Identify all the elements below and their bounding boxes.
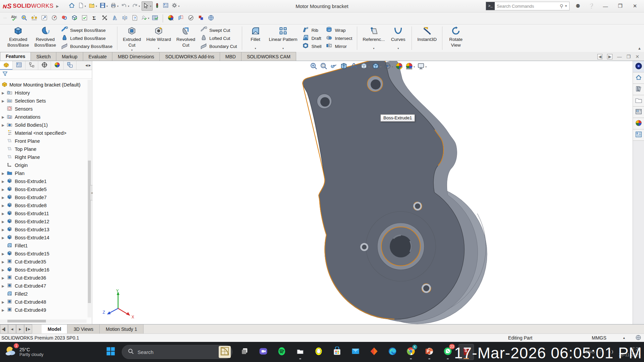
tree-root-part[interactable]: Motor Mounting bracket (Default) bbox=[0, 80, 87, 89]
expand-arrow-icon[interactable]: ▶ bbox=[0, 123, 6, 127]
view-tab-3d-views[interactable]: 3D Views bbox=[67, 324, 100, 334]
tab-sketch[interactable]: Sketch bbox=[31, 52, 56, 61]
tree-item-fillet1[interactable]: Fillet1 bbox=[0, 242, 87, 250]
view-settings-dropdown-icon[interactable]: ▾ bbox=[425, 65, 427, 68]
expand-arrow-icon[interactable]: ▶ bbox=[0, 188, 6, 191]
render-globe-button[interactable] bbox=[206, 14, 216, 23]
tree-item-plan[interactable]: ▶Plan bbox=[0, 169, 87, 177]
tree-item-solid-bodies-1-[interactable]: ▶Solid Bodies(1) bbox=[0, 121, 87, 129]
expand-arrow-icon[interactable]: ▶ bbox=[0, 204, 6, 207]
status-globe-icon[interactable] bbox=[633, 335, 644, 342]
taskbar-app-chrome[interactable]: K bbox=[403, 344, 419, 360]
collapse-pane-left-icon[interactable]: ◀ bbox=[597, 54, 602, 59]
panel-tab-part-tree[interactable] bbox=[0, 61, 13, 70]
ribbon-button-instant3d[interactable]: Instant3D bbox=[415, 26, 439, 51]
task-pane-tab-custom-properties[interactable] bbox=[633, 129, 644, 141]
ribbon-button-shell[interactable]: Shell bbox=[302, 42, 321, 50]
ribbon-dropdown-icon[interactable]: ▾ bbox=[397, 47, 399, 50]
ribbon-button-fillet[interactable]: Fillet▾ bbox=[245, 26, 266, 51]
tree-item-boss-extrude7[interactable]: ▶Boss-Extrude7 bbox=[0, 193, 87, 201]
view-annotations-button[interactable] bbox=[349, 61, 359, 72]
compare-blocks-button[interactable] bbox=[196, 14, 206, 23]
panel-tab-cam-tree[interactable] bbox=[64, 61, 76, 70]
collapse-pane-right-icon[interactable]: ▶ bbox=[607, 54, 612, 59]
tree-item-cut-extrude35[interactable]: ▶Cut-Extrude35 bbox=[0, 258, 87, 266]
taskbar-app-snapchat[interactable] bbox=[311, 344, 326, 360]
tree-item-front-plane[interactable]: Front Plane bbox=[0, 137, 87, 145]
performance-gauge-button[interactable] bbox=[49, 14, 59, 23]
windows-start-button[interactable] bbox=[106, 346, 116, 358]
redo-dropdown-icon[interactable]: ▾ bbox=[139, 5, 140, 8]
new-doc-dropdown-icon[interactable]: ▾ bbox=[85, 5, 86, 8]
expand-arrow-icon[interactable]: ▶ bbox=[0, 300, 6, 304]
tree-item-boss-extrude16[interactable]: ▶Boss-Extrude16 bbox=[0, 266, 87, 274]
tree-item-top-plane[interactable]: Top Plane bbox=[0, 145, 87, 153]
tree-item-origin[interactable]: Origin bbox=[0, 161, 87, 169]
draft-analysis-button[interactable] bbox=[110, 14, 120, 23]
panel-tab-display-manager[interactable] bbox=[51, 61, 64, 70]
tab-nav-first-icon[interactable]: ◀▌ bbox=[0, 324, 8, 334]
view-orientation-button[interactable]: ▾ bbox=[359, 61, 370, 72]
display-style-dropdown-icon[interactable]: ▾ bbox=[380, 65, 381, 68]
symmetry-check-button[interactable] bbox=[120, 14, 130, 23]
task-pane-tab-3dexperience[interactable] bbox=[633, 61, 644, 72]
close-button[interactable]: ✕ bbox=[629, 3, 641, 9]
taskbar-app-mail[interactable] bbox=[348, 344, 363, 360]
zoom-to-area-button[interactable] bbox=[319, 61, 328, 72]
ribbon-button-linear-pattern[interactable]: Linear Pattern▾ bbox=[266, 26, 300, 51]
expand-arrow-icon[interactable]: ▶ bbox=[0, 212, 6, 216]
search-highlight-icon[interactable] bbox=[219, 346, 231, 358]
tab-nav-prev-icon[interactable]: ◀ bbox=[8, 324, 16, 334]
tab-nav-last-icon[interactable]: ▌▶ bbox=[24, 324, 32, 334]
zoom-magnifier-button[interactable] bbox=[19, 14, 29, 23]
expand-arrow-icon[interactable]: ▶ bbox=[0, 228, 6, 232]
measure-button[interactable] bbox=[29, 14, 39, 23]
spell-check-button[interactable]: Abc bbox=[9, 14, 19, 23]
tree-item-annotations[interactable]: ▶AAnnotations bbox=[0, 113, 87, 121]
tree-item-cut-extrude47[interactable]: ▶Cut-Extrude47 bbox=[0, 282, 87, 290]
expand-arrow-icon[interactable]: ▶ bbox=[0, 99, 6, 103]
panel-tab-configuration-manager[interactable] bbox=[25, 61, 38, 70]
expand-arrow-icon[interactable]: ▶ bbox=[0, 308, 6, 312]
print-button[interactable]: ▾ bbox=[109, 1, 119, 11]
logo-flyout-arrow-icon[interactable]: ▶ bbox=[56, 4, 59, 8]
task-pane-tab-view-palette[interactable] bbox=[633, 107, 644, 118]
ribbon-button-revolved-boss-base[interactable]: Revolved Boss/Base bbox=[32, 26, 59, 51]
ribbon-button-swept-cut[interactable]: Swept Cut bbox=[200, 26, 237, 34]
ribbon-button-draft[interactable]: Draft bbox=[302, 34, 321, 42]
tab-markup[interactable]: Markup bbox=[56, 52, 83, 61]
expand-arrow-icon[interactable]: ▶ bbox=[0, 115, 6, 119]
search-dropdown-icon[interactable]: ▼ bbox=[565, 4, 569, 8]
graphics-viewport[interactable]: ▾▾▾▾▾ Boss-Extrude1 Y X Z bbox=[93, 61, 633, 324]
ribbon-button-lofted-boss-base[interactable]: Lofted Boss/Base bbox=[61, 34, 112, 42]
print-dropdown-icon[interactable]: ▾ bbox=[117, 5, 118, 8]
panel-tabs-scroll-right-icon[interactable]: ▶ bbox=[89, 64, 91, 67]
options-gear-button[interactable]: ▾ bbox=[170, 1, 180, 11]
task-pane-tab-appearances[interactable] bbox=[633, 118, 644, 129]
expand-arrow-icon[interactable]: ▶ bbox=[0, 220, 6, 224]
ribbon-button-referenc-[interactable]: Referenc...▾ bbox=[360, 26, 387, 51]
pattern-preview-button[interactable] bbox=[176, 14, 186, 23]
taskbar-app-diamond-app[interactable] bbox=[366, 344, 382, 360]
save-dropdown-icon[interactable]: ▾ bbox=[106, 5, 108, 8]
task-pane-tab-file-explorer[interactable] bbox=[633, 95, 644, 107]
taskbar-app-whatsapp[interactable]: 23 bbox=[440, 344, 455, 360]
taskbar-search-box[interactable]: Search bbox=[122, 345, 232, 359]
ribbon-dropdown-icon[interactable]: ▾ bbox=[373, 47, 374, 50]
ribbon-button-boundary-boss-base[interactable]: Boundary Boss/Base bbox=[61, 42, 112, 50]
design-checker-button[interactable]: ▾ bbox=[140, 14, 150, 23]
weather-widget[interactable]: 1 25°C Partly cloudy bbox=[0, 345, 67, 359]
apply-scene-dropdown-icon[interactable]: ▾ bbox=[414, 65, 415, 68]
ribbon-collapse-icon[interactable]: ▲ bbox=[638, 46, 641, 50]
ribbon-button-mirror[interactable]: Mirror bbox=[325, 42, 352, 50]
tree-horizontal-scrollbar[interactable] bbox=[0, 319, 87, 323]
expand-arrow-icon[interactable]: ▶ bbox=[0, 276, 6, 280]
expand-arrow-icon[interactable]: ▶ bbox=[0, 284, 6, 288]
import-diagnostics-button[interactable]: ? bbox=[130, 14, 140, 23]
undo-button[interactable]: ▾ bbox=[120, 1, 130, 11]
ribbon-button-lofted-cut[interactable]: Lofted Cut bbox=[200, 34, 237, 42]
view-tab-motion-study-1[interactable]: Motion Study 1 bbox=[100, 324, 143, 334]
view-settings-button[interactable]: ▾ bbox=[416, 61, 427, 72]
taskbar-app-file-explorer[interactable] bbox=[292, 344, 308, 360]
options-gear-dropdown-icon[interactable]: ▾ bbox=[178, 5, 179, 8]
